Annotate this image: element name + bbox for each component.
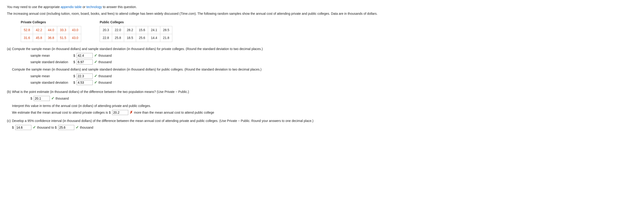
part-b-inline-row: We estimate that the mean annual cost to… [12,110,637,115]
part-a-letter: (a) [7,46,12,51]
table-cell: 22.0 [112,26,124,34]
ci-lower-input[interactable] [15,125,31,130]
inline-text1: We estimate that the mean annual cost to… [12,110,111,115]
dollar1: $ [73,53,75,58]
ci-upper-input[interactable] [58,125,74,130]
table-cell: 25.8 [112,34,124,42]
dollar2: $ [73,60,75,64]
ci-lower-check: ✓ [33,125,36,130]
intro-end: to answer this question. [102,5,137,9]
table-cell: 36.8 [45,34,57,42]
part-c-letter: (c) [7,119,12,123]
private-sd-input[interactable] [76,59,93,64]
public-sd-input[interactable] [76,80,93,85]
part-b-content: What is the point estimate (in thousand … [12,89,637,115]
public-mean-input[interactable] [76,73,93,79]
private-sd-check: ✓ [94,59,97,65]
public-mean-check: ✓ [94,73,97,79]
table-cell: 45.8 [33,34,45,42]
ci-to-label: thousand to $ [37,125,57,130]
intro-paragraph: The increasing annual cost (including tu… [7,11,637,16]
private-mean-input[interactable] [76,53,93,58]
table-cell: 28.5 [160,26,172,34]
dollar3: $ [73,74,75,79]
private-colleges-title: Private Colleges [21,20,81,25]
private-sd-word: thousand [98,60,112,64]
table-cell: 52.8 [21,26,33,34]
private-sd-label: sample standard deviation [30,60,72,64]
public-sd-row: sample standard deviation $ ✓ thousand [30,80,637,85]
inline-value-input[interactable] [112,110,128,115]
part-a-question2: Compute the sample mean (in thousand dol… [12,67,637,72]
public-mean-label: sample mean [30,74,72,79]
appendix-link[interactable]: appendix table [61,5,82,9]
part-a-question1: Compute the sample mean (in thousand dol… [12,46,637,51]
intro-text1: You may need to use the appropriate [7,5,61,9]
table-cell: 25.6 [136,34,148,42]
table-cell: 24.1 [148,26,160,34]
private-mean-word: thousand [98,53,112,58]
public-mean-word: thousand [98,74,112,79]
public-colleges-table-group: Public Colleges 20.3 22.0 28.2 15.6 24.1… [100,20,172,42]
public-sd-label: sample standard deviation [30,80,72,85]
public-mean-row: sample mean $ ✓ thousand [30,73,637,79]
private-colleges-table-group: Private Colleges 52.8 42.2 44.0 33.3 43.… [21,20,81,42]
table-cell: 42.2 [33,26,45,34]
table-cell: 15.6 [136,26,148,34]
table-cell: 51.5 [57,34,69,42]
part-b-answer-row: $ ✓ thousand [30,96,637,101]
private-colleges-table: 52.8 42.2 44.0 33.3 43.0 31.6 45.8 36.8 … [21,26,81,42]
private-sd-row: sample standard deviation $ ✓ thousand [30,59,637,65]
dollar5: $ [30,96,32,101]
table-cell: 44.0 [45,26,57,34]
table-cell: 20.3 [100,26,112,34]
technology-link[interactable]: technology [86,5,102,9]
table-cell: 43.0 [69,26,81,34]
table-cell: 33.3 [57,26,69,34]
part-c: (c) Develop a 95% confidence interval (i… [7,119,637,130]
point-estimate-check: ✓ [51,96,54,101]
private-mean-label: sample mean [30,53,72,58]
point-estimate-word: thousand [56,96,69,101]
dollar4: $ [73,80,75,85]
point-estimate-input[interactable] [34,96,50,101]
part-b-question: What is the point estimate (in thousand … [12,89,637,94]
part-b-letter: (b) [7,89,12,94]
inline-check-icon: ✗ [130,110,133,115]
table-cell: 28.2 [124,26,136,34]
ci-upper-word: thousand [80,125,94,130]
inline-text2: more than the mean annual cost to attend… [134,110,214,115]
public-sd-word: thousand [98,80,112,85]
table-cell: 22.8 [100,34,112,42]
part-c-content: Develop a 95% confidence interval (in th… [12,119,637,130]
public-sd-check: ✓ [94,80,97,85]
table-cell: 43.0 [69,34,81,42]
table-cell: 14.4 [148,34,160,42]
public-colleges-title: Public Colleges [100,20,172,25]
part-b: (b) What is the point estimate (in thous… [7,89,637,115]
part-b-interpret-label: Interpret this value in terms of the ann… [12,103,637,108]
intro-line1: You may need to use the appropriate appe… [7,4,637,9]
public-colleges-table: 20.3 22.0 28.2 15.6 24.1 28.5 22.8 25.8 … [100,26,172,42]
table-cell: 18.5 [124,34,136,42]
part-a: (a) Compute the sample mean (in thousand… [7,46,637,86]
table-cell: 21.8 [160,34,172,42]
ci-upper-check: ✓ [76,125,79,130]
tables-section: Private Colleges 52.8 42.2 44.0 33.3 43.… [21,20,637,42]
part-c-question: Develop a 95% confidence interval (in th… [12,119,637,123]
intro-or: or [82,5,86,9]
private-mean-check: ✓ [94,53,97,58]
part-c-answer-row: $ ✓ thousand to $ ✓ thousand [12,125,637,130]
dollar6: $ [12,125,14,130]
table-cell: 31.6 [21,34,33,42]
part-a-content: Compute the sample mean (in thousand dol… [12,46,637,86]
private-mean-row: sample mean $ ✓ thousand [30,53,637,58]
